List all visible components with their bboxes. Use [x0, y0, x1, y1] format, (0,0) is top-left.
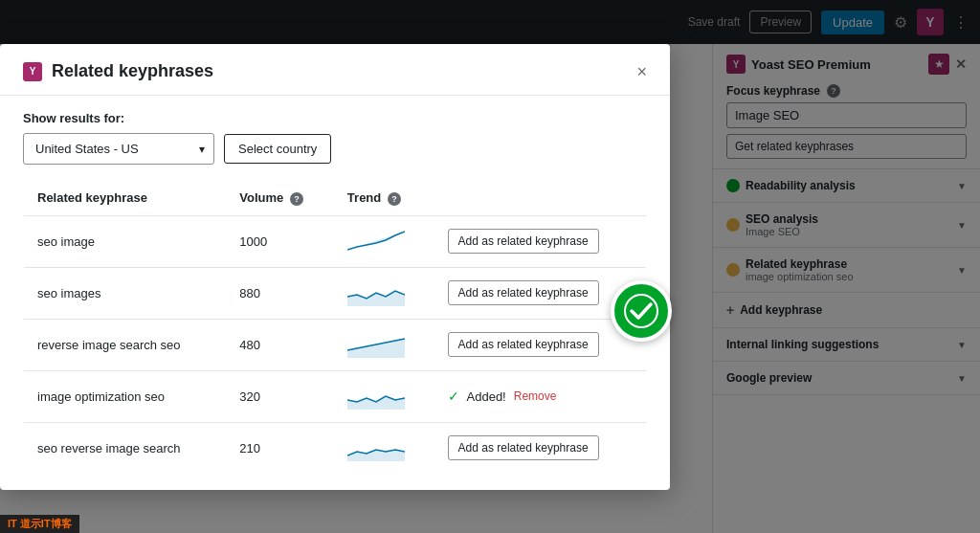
remove-link[interactable]: Remove [514, 389, 557, 403]
col-trend-header: Trend ? [334, 181, 434, 216]
add-keyphrase-button-1[interactable]: Add as related keyphrase [448, 229, 599, 254]
table-row: seo reverse image search 210 Add as rela… [24, 422, 647, 474]
modal-body: Show results for: United States - US ▾ S… [0, 96, 670, 490]
added-text: Added! [467, 389, 506, 404]
show-results-label: Show results for: [23, 111, 647, 125]
added-check-badge [611, 280, 672, 342]
country-select[interactable]: United States - US [23, 133, 214, 165]
trend-chart-2 [347, 278, 405, 306]
modal-header: Y Related keyphrases × [0, 44, 670, 96]
modal-yoast-logo: Y [23, 62, 42, 81]
trend-help-icon[interactable]: ? [388, 192, 401, 206]
check-badge-icon [624, 294, 658, 328]
table-body: seo image 1000 Add as related keyphrase [24, 215, 647, 474]
trend-chart-3 [347, 329, 405, 358]
added-check-icon: ✓ [448, 389, 459, 404]
action-cell: Add as related keyphrase [434, 215, 647, 267]
keyphrase-cell: seo image [24, 215, 227, 267]
volume-cell: 320 [226, 370, 334, 422]
add-keyphrase-button-5[interactable]: Add as related keyphrase [448, 435, 599, 460]
keyphrase-cell: seo reverse image search [24, 422, 227, 474]
table-row: image optimization seo 320 ✓ Added! [24, 370, 647, 422]
trend-cell [334, 267, 434, 319]
trend-chart-1 [347, 226, 405, 255]
table-header-row: Related keyphrase Volume ? Trend ? [24, 181, 647, 216]
add-keyphrase-button-2[interactable]: Add as related keyphrase [448, 280, 599, 305]
svg-point-0 [625, 295, 657, 327]
modal-title: Related keyphrases [52, 61, 213, 81]
volume-cell: 480 [226, 319, 334, 370]
trend-cell [334, 370, 434, 422]
col-action-header [434, 181, 647, 216]
col-volume-header: Volume ? [226, 181, 334, 216]
action-cell: Add as related keyphrase [434, 422, 647, 474]
modal-close-button[interactable]: × [636, 63, 647, 80]
select-country-button[interactable]: Select country [224, 134, 331, 164]
related-keyphrases-modal: Y Related keyphrases × Show results for:… [0, 44, 670, 490]
keyphrase-cell: image optimization seo [24, 370, 227, 422]
modal-overlay[interactable]: Y Related keyphrases × Show results for:… [0, 0, 980, 533]
table-row: reverse image search seo 480 Add as rela… [24, 319, 647, 370]
table-head: Related keyphrase Volume ? Trend ? [24, 181, 647, 216]
modal-header-left: Y Related keyphrases [23, 61, 213, 81]
add-keyphrase-button-3[interactable]: Add as related keyphrase [448, 332, 599, 357]
watermark-text: IT 道示IT博客 [8, 518, 72, 529]
trend-chart-5 [347, 433, 405, 461]
watermark: IT 道示IT博客 [0, 515, 79, 533]
trend-cell [334, 215, 434, 267]
trend-chart-4 [347, 381, 405, 410]
added-status: ✓ Added! Remove [448, 389, 633, 404]
col-keyphrase-header: Related keyphrase [24, 181, 227, 216]
country-selector-row: United States - US ▾ Select country [23, 133, 647, 165]
action-cell: ✓ Added! Remove [434, 370, 647, 422]
volume-cell: 210 [226, 422, 334, 474]
volume-cell: 880 [226, 267, 334, 319]
table-row: seo images 880 Add as related keyphrase [24, 267, 647, 319]
trend-cell [334, 422, 434, 474]
volume-help-icon[interactable]: ? [290, 192, 303, 206]
country-dropdown[interactable]: United States - US ▾ [23, 133, 214, 165]
volume-cell: 1000 [226, 215, 334, 267]
keyphrases-table: Related keyphrase Volume ? Trend ? [23, 180, 647, 475]
keyphrase-cell: reverse image search seo [24, 319, 227, 370]
table-row: seo image 1000 Add as related keyphrase [24, 215, 647, 267]
trend-cell [334, 319, 434, 370]
keyphrase-cell: seo images [24, 267, 227, 319]
